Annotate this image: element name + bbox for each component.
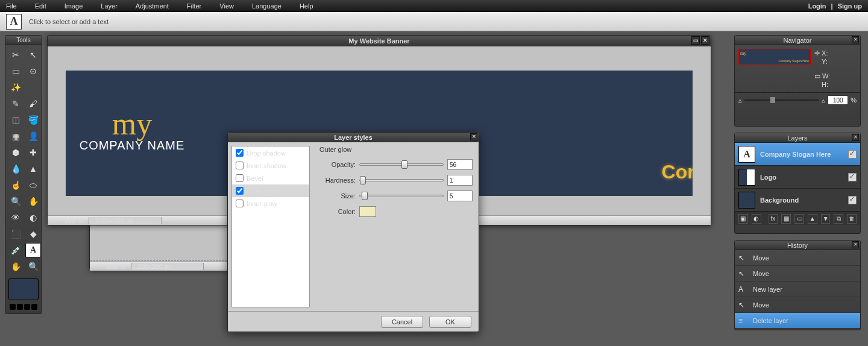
history-row[interactable]: ↖Move bbox=[735, 266, 860, 282]
hardness-input[interactable] bbox=[447, 175, 473, 186]
clone-tool[interactable]: 👤 bbox=[25, 129, 41, 143]
history-row[interactable]: ANew layer bbox=[735, 282, 860, 297]
gradient-tool[interactable]: ▦ bbox=[8, 129, 24, 143]
layer-down-button[interactable]: ▼ bbox=[821, 214, 831, 224]
crop-tool[interactable]: ✂ bbox=[8, 48, 24, 62]
layer-dup-button[interactable]: ⧉ bbox=[834, 214, 843, 224]
layer-row[interactable]: Logo bbox=[735, 166, 860, 189]
style-item[interactable]: Outer glow bbox=[232, 184, 309, 197]
bucket-tool[interactable]: 🪣 bbox=[25, 113, 41, 127]
menu-file[interactable]: File bbox=[6, 2, 17, 10]
layer-visibility-toggle[interactable] bbox=[848, 150, 857, 159]
stamp-tool[interactable]: ⬢ bbox=[8, 145, 24, 160]
layer-visibility-toggle[interactable] bbox=[848, 196, 857, 204]
eraser-tool[interactable]: ◫ bbox=[8, 113, 24, 127]
shape-tool[interactable]: ◆ bbox=[25, 227, 41, 241]
style-checkbox[interactable] bbox=[236, 187, 244, 195]
dialog-close-button[interactable]: ✕ bbox=[470, 133, 477, 140]
style-item[interactable]: Bevel bbox=[232, 172, 309, 184]
empty-tool-1[interactable] bbox=[25, 80, 41, 95]
foreground-color-swatch[interactable] bbox=[8, 278, 39, 300]
login-link[interactable]: Login bbox=[808, 2, 826, 10]
logo-shape: my COMPANY NAME bbox=[78, 78, 186, 186]
opacity-slider[interactable] bbox=[359, 163, 444, 166]
style-checkbox[interactable] bbox=[236, 174, 244, 182]
style-item[interactable]: Drop shadow bbox=[232, 146, 309, 159]
redeye-tool[interactable]: 👁 bbox=[8, 210, 24, 225]
nav-zoom-out-icon[interactable]: ▵ bbox=[738, 96, 742, 104]
pencil-tool[interactable]: ✎ bbox=[8, 96, 24, 111]
heal-tool[interactable]: ✚ bbox=[25, 145, 41, 160]
brush-tool[interactable]: 🖌 bbox=[25, 96, 41, 111]
dodge-tool[interactable]: 🔍 bbox=[8, 194, 24, 209]
smudge-tool[interactable]: ☝ bbox=[8, 178, 24, 192]
history-row[interactable]: ↖Move bbox=[735, 250, 860, 266]
hand-tool[interactable]: ✋ bbox=[8, 259, 24, 274]
blur-tool[interactable]: 💧 bbox=[8, 162, 24, 176]
signup-link[interactable]: Sign up bbox=[838, 2, 862, 10]
layer-up-button[interactable]: ▲ bbox=[808, 214, 817, 224]
draw-tool[interactable]: ⬛ bbox=[8, 227, 24, 241]
swatch-4[interactable] bbox=[31, 304, 37, 310]
swatch-2[interactable] bbox=[17, 304, 23, 310]
size-input[interactable] bbox=[447, 190, 473, 201]
layer-visibility-toggle[interactable] bbox=[848, 173, 857, 181]
swatch-1[interactable] bbox=[10, 304, 16, 310]
menu-image[interactable]: Image bbox=[64, 2, 83, 10]
layer-settings-button[interactable]: ▣ bbox=[738, 214, 748, 224]
history-close-button[interactable]: ✕ bbox=[852, 241, 859, 248]
style-checkbox[interactable] bbox=[236, 149, 244, 157]
sponge-tool[interactable]: ⬭ bbox=[25, 178, 41, 192]
nav-zoom-input[interactable] bbox=[828, 95, 848, 105]
color-swatch[interactable] bbox=[359, 206, 376, 217]
menu-edit[interactable]: Edit bbox=[35, 2, 46, 10]
slogan-text[interactable]: Company Slogan Here bbox=[662, 161, 693, 183]
zoom-tool[interactable]: 🔍 bbox=[25, 259, 41, 274]
layer-group-button[interactable]: ▭ bbox=[794, 214, 804, 224]
menu-view[interactable]: View bbox=[219, 2, 234, 10]
menu-help[interactable]: Help bbox=[300, 2, 313, 10]
layer-new-button[interactable]: ▦ bbox=[781, 214, 791, 224]
ok-button[interactable]: OK bbox=[429, 316, 471, 328]
wand-tool[interactable]: ✨ bbox=[8, 80, 24, 95]
spot-tool[interactable]: ◐ bbox=[25, 210, 41, 225]
style-item[interactable]: Inner glow bbox=[232, 197, 309, 210]
menu-filter[interactable]: Filter bbox=[187, 2, 201, 10]
layer-mask-button[interactable]: ◐ bbox=[752, 214, 761, 224]
nav-zoom-slider[interactable] bbox=[744, 99, 819, 101]
burn-tool[interactable]: ✋ bbox=[25, 194, 41, 209]
size-slider[interactable] bbox=[359, 195, 444, 197]
swatch-3[interactable] bbox=[24, 304, 30, 310]
cancel-button[interactable]: Cancel bbox=[381, 316, 423, 328]
hardness-slider[interactable] bbox=[359, 179, 444, 181]
doc1-close-button[interactable]: ✕ bbox=[701, 36, 709, 45]
history-row[interactable]: ↖Move bbox=[735, 297, 860, 313]
sharpen-tool[interactable]: ▲ bbox=[25, 162, 41, 176]
lasso-tool[interactable]: ⊙ bbox=[25, 64, 41, 78]
layer-row[interactable]: ACompany Slogan Here bbox=[735, 143, 860, 166]
history-label: Move bbox=[753, 270, 769, 277]
type-tool[interactable]: A bbox=[25, 243, 41, 257]
navigator-thumbnail[interactable]: myCompany Slogan Here bbox=[738, 49, 811, 64]
eyedropper-tool[interactable]: 💉 bbox=[8, 243, 24, 257]
move-tool[interactable]: ↖ bbox=[25, 48, 41, 62]
style-item[interactable]: Inner shadow bbox=[232, 159, 309, 172]
doc1-titlebar[interactable]: My Website Banner ▭ ✕ bbox=[48, 36, 711, 46]
style-checkbox[interactable] bbox=[236, 162, 244, 169]
menu-language[interactable]: Language bbox=[252, 2, 281, 10]
nav-zoom-in-icon[interactable]: ▵ bbox=[822, 96, 825, 104]
history-row[interactable]: ≡Delete layer bbox=[735, 313, 860, 329]
dialog-titlebar[interactable]: Layer styles ✕ bbox=[228, 133, 479, 142]
marquee-tool[interactable]: ▭ bbox=[8, 64, 24, 78]
layers-close-button[interactable]: ✕ bbox=[852, 134, 859, 141]
opacity-input[interactable] bbox=[447, 159, 473, 170]
logo-text-company: COMPANY NAME bbox=[80, 139, 185, 153]
menu-layer[interactable]: Layer bbox=[101, 2, 118, 10]
layer-row[interactable]: Background bbox=[735, 189, 860, 212]
layer-delete-button[interactable]: 🗑 bbox=[847, 214, 857, 224]
style-checkbox[interactable] bbox=[236, 200, 244, 207]
layer-style-button[interactable]: fx bbox=[769, 214, 778, 224]
navigator-close-button[interactable]: ✕ bbox=[852, 36, 859, 43]
doc1-minimize-button[interactable]: ▭ bbox=[691, 36, 700, 45]
menu-adjustment[interactable]: Adjustment bbox=[136, 2, 169, 10]
